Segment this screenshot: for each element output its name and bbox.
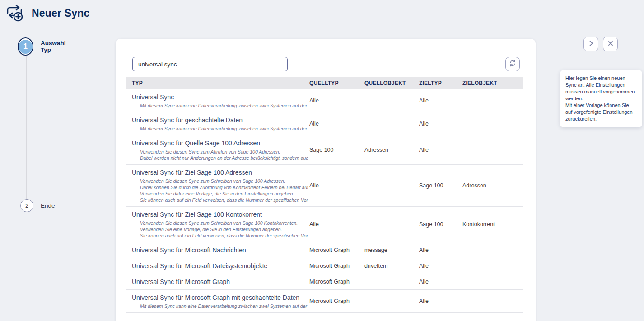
sync-type-description-line: Mit diesem Sync kann eine Datenverarbeit… bbox=[140, 303, 308, 309]
sync-type-description-line: Sie können auch auf ein Feld verweisen, … bbox=[140, 197, 308, 203]
step-1-number: 1 bbox=[19, 40, 33, 54]
step-2-number: 2 bbox=[20, 199, 33, 212]
sync-type-description-line: Sie können auch auf ein Feld verweisen, … bbox=[140, 233, 308, 239]
sync-type-title: Universal Sync für Microsoft Dateisystem… bbox=[132, 261, 309, 270]
sync-type-description: Verwenden Sie diesen Sync zum Schreiben … bbox=[140, 220, 309, 239]
sync-type-description: Mit diesem Sync kann eine Datenverarbeit… bbox=[140, 303, 309, 309]
sync-type-title: Universal Sync für Microsoft Graph bbox=[132, 277, 309, 286]
sync-type-description-line: Verwenden Sie dafür eine Vorlage, die Si… bbox=[140, 191, 308, 197]
stepper-step-ende[interactable]: 2 Ende bbox=[20, 199, 55, 212]
close-icon bbox=[607, 40, 614, 49]
quelltyp-value: Alle bbox=[309, 121, 364, 127]
search-input[interactable] bbox=[132, 57, 288, 71]
stepper-connector bbox=[26, 56, 27, 199]
zielobjekt-value: Kontokorrent bbox=[462, 221, 523, 228]
quelltyp-value: Alle bbox=[309, 98, 364, 104]
table-row[interactable]: Universal Sync für Quelle Sage 100 Adres… bbox=[126, 135, 523, 165]
step-1-label: Auswahl Typ bbox=[41, 40, 68, 53]
sync-type-title: Universal Sync für geschachtelte Daten bbox=[132, 116, 309, 125]
wizard-actions bbox=[583, 37, 618, 51]
zieltyp-value: Alle bbox=[419, 247, 462, 253]
zieltyp-value: Alle bbox=[419, 121, 462, 127]
step-1-indicator: 1 bbox=[18, 37, 33, 56]
table-body: Universal Sync Mit diesem Sync kann eine… bbox=[126, 89, 523, 313]
sync-type-description-line: Verwenden Sie eine Vorlage, die Sie in d… bbox=[140, 226, 308, 233]
zieltyp-value: Alle bbox=[419, 263, 462, 269]
zieltyp-value: Alle bbox=[419, 147, 462, 153]
refresh-button[interactable] bbox=[505, 57, 520, 71]
quelltyp-value: Microsoft Graph bbox=[309, 298, 364, 304]
table-row[interactable]: Universal Sync für Ziel Sage 100 Adresse… bbox=[126, 165, 523, 207]
sync-type-description: Verwenden Sie diesen Sync zum Abrufen vo… bbox=[140, 149, 309, 161]
table-row[interactable]: Universal Sync für Microsoft Dateisystem… bbox=[126, 258, 523, 274]
sync-type-description-line: Verwenden Sie diesen Sync zum Abrufen vo… bbox=[140, 149, 308, 155]
table-header: TYP QUELLTYP QUELLOBJEKT ZIELTYP ZIELOBJ… bbox=[126, 77, 523, 89]
quelltyp-value: Alle bbox=[309, 221, 364, 228]
next-button[interactable] bbox=[583, 37, 598, 51]
column-header-typ: TYP bbox=[126, 80, 309, 86]
table-row[interactable]: Universal Sync für Microsoft Graph Micro… bbox=[126, 274, 523, 290]
page-title: Neuer Sync bbox=[32, 7, 90, 19]
column-header-quellobjekt: QUELLOBJEKT bbox=[364, 80, 419, 86]
table-row[interactable]: Universal Sync für Microsoft Graph mit g… bbox=[126, 290, 523, 313]
sync-add-icon bbox=[5, 4, 24, 23]
quelltyp-value: Microsoft Graph bbox=[309, 263, 364, 269]
help-tooltip-paragraph: Hier legen Sie einen neuen Sync an. Alle… bbox=[565, 75, 637, 102]
sync-type-description-line: Dabei können Sie durch die Zuordnung von… bbox=[140, 184, 308, 191]
table-row[interactable]: Universal Sync für Microsoft Nachrichten… bbox=[126, 242, 523, 258]
quellobjekt-value: Adressen bbox=[364, 147, 419, 153]
zieltyp-value: Sage 100 bbox=[419, 182, 462, 189]
table-row[interactable]: Universal Sync für geschachtelte Daten M… bbox=[126, 112, 523, 135]
step-2-label: Ende bbox=[41, 202, 55, 209]
quelltyp-value: Sage 100 bbox=[309, 147, 364, 153]
close-button[interactable] bbox=[603, 37, 618, 51]
refresh-icon bbox=[509, 59, 517, 69]
column-header-zielobjekt: ZIELOBJEKT bbox=[462, 80, 523, 86]
sync-type-table: TYP QUELLTYP QUELLOBJEKT ZIELTYP ZIELOBJ… bbox=[126, 77, 523, 313]
quelltyp-value: Alle bbox=[309, 182, 364, 189]
column-header-zieltyp: ZIELTYP bbox=[419, 80, 462, 86]
zieltyp-value: Sage 100 bbox=[419, 221, 462, 228]
quellobjekt-value: driveItem bbox=[364, 263, 419, 269]
zieltyp-value: Alle bbox=[419, 279, 462, 285]
table-row[interactable]: Universal Sync Mit diesem Sync kann eine… bbox=[126, 89, 523, 112]
sync-type-description: Mit diesem Sync kann eine Datenverarbeit… bbox=[140, 126, 309, 132]
zielobjekt-value: Adressen bbox=[462, 182, 523, 189]
help-tooltip-paragraph: Mit einer Vorlage können Sie auf vorgefe… bbox=[565, 102, 637, 122]
quellobjekt-value: message bbox=[364, 247, 419, 253]
quelltyp-value: Microsoft Graph bbox=[309, 279, 364, 285]
sync-type-title: Universal Sync bbox=[132, 93, 309, 102]
sync-type-description-line: Mit diesem Sync kann eine Datenverarbeit… bbox=[140, 102, 308, 109]
sync-type-card: TYP QUELLTYP QUELLOBJEKT ZIELTYP ZIELOBJ… bbox=[116, 39, 536, 321]
app-header: Neuer Sync bbox=[5, 4, 90, 23]
sync-type-title: Universal Sync für Ziel Sage 100 Kontoko… bbox=[132, 210, 309, 219]
stepper-step-auswahl-typ[interactable]: 1 Auswahl Typ bbox=[18, 37, 68, 56]
sync-type-description-line: Dabei werden nicht nur Änderungen an der… bbox=[140, 155, 308, 161]
zieltyp-value: Alle bbox=[419, 98, 462, 104]
zieltyp-value: Alle bbox=[419, 298, 462, 304]
table-row[interactable]: Universal Sync für Ziel Sage 100 Kontoko… bbox=[126, 207, 523, 242]
sync-type-description-line: Verwenden Sie diesen Sync zum Schreiben … bbox=[140, 220, 308, 226]
sync-type-title: Universal Sync für Microsoft Nachrichten bbox=[132, 246, 309, 255]
chevron-right-icon bbox=[588, 40, 595, 49]
sync-type-title: Universal Sync für Microsoft Graph mit g… bbox=[132, 293, 309, 302]
sync-type-description: Verwenden Sie diesen Sync zum Schreiben … bbox=[140, 178, 309, 203]
column-header-quelltyp: QUELLTYP bbox=[309, 80, 364, 86]
sync-type-description-line: Mit diesem Sync kann eine Datenverarbeit… bbox=[140, 126, 308, 132]
help-tooltip: Hier legen Sie einen neuen Sync an. Alle… bbox=[560, 70, 642, 127]
sync-type-title: Universal Sync für Quelle Sage 100 Adres… bbox=[132, 139, 309, 148]
sync-type-title: Universal Sync für Ziel Sage 100 Adresse… bbox=[132, 168, 309, 177]
sync-type-description: Mit diesem Sync kann eine Datenverarbeit… bbox=[140, 102, 309, 109]
quelltyp-value: Microsoft Graph bbox=[309, 247, 364, 253]
sync-type-description-line: Verwenden Sie diesen Sync zum Schreiben … bbox=[140, 178, 308, 184]
